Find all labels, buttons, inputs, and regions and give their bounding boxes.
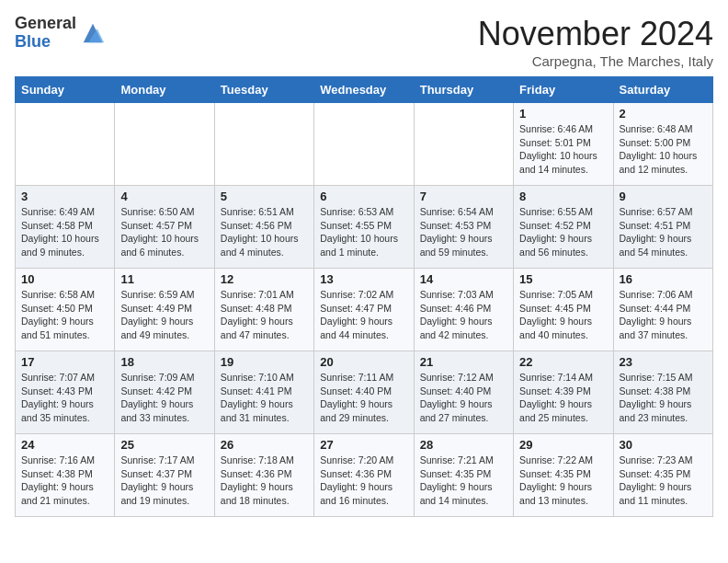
calendar-cell: 5Sunrise: 6:51 AMSunset: 4:56 PMDaylight… bbox=[214, 186, 313, 269]
calendar-cell bbox=[414, 103, 513, 186]
day-number: 6 bbox=[320, 190, 407, 203]
calendar-week-4: 17Sunrise: 7:07 AMSunset: 4:43 PMDayligh… bbox=[16, 351, 713, 434]
day-info: Sunrise: 6:59 AMSunset: 4:49 PMDaylight:… bbox=[120, 288, 208, 342]
day-number: 9 bbox=[620, 190, 707, 203]
day-info: Sunrise: 6:51 AMSunset: 4:56 PMDaylight:… bbox=[221, 205, 308, 259]
day-info: Sunrise: 6:55 AMSunset: 4:52 PMDaylight:… bbox=[519, 205, 607, 259]
day-number: 15 bbox=[519, 272, 607, 286]
day-info: Sunrise: 7:12 AMSunset: 4:40 PMDaylight:… bbox=[420, 371, 507, 425]
day-number: 16 bbox=[620, 272, 707, 286]
header-monday: Monday bbox=[115, 77, 214, 103]
calendar-cell: 16Sunrise: 7:06 AMSunset: 4:44 PMDayligh… bbox=[613, 269, 712, 351]
calendar-cell: 29Sunrise: 7:22 AMSunset: 4:35 PMDayligh… bbox=[514, 434, 613, 517]
calendar-cell: 30Sunrise: 7:23 AMSunset: 4:35 PMDayligh… bbox=[613, 434, 712, 517]
calendar-cell: 26Sunrise: 7:18 AMSunset: 4:36 PMDayligh… bbox=[214, 434, 313, 517]
day-info: Sunrise: 7:05 AMSunset: 4:45 PMDaylight:… bbox=[519, 288, 607, 342]
day-number: 5 bbox=[221, 190, 308, 203]
day-info: Sunrise: 6:48 AMSunset: 5:00 PMDaylight:… bbox=[620, 122, 707, 177]
calendar-cell: 11Sunrise: 6:59 AMSunset: 4:49 PMDayligh… bbox=[115, 269, 214, 351]
calendar-cell: 20Sunrise: 7:11 AMSunset: 4:40 PMDayligh… bbox=[314, 351, 414, 434]
day-number: 14 bbox=[420, 272, 507, 286]
day-number: 18 bbox=[120, 355, 208, 369]
header-tuesday: Tuesday bbox=[214, 77, 313, 103]
day-number: 21 bbox=[420, 355, 507, 369]
calendar-cell: 18Sunrise: 7:09 AMSunset: 4:42 PMDayligh… bbox=[115, 351, 214, 434]
calendar-cell: 3Sunrise: 6:49 AMSunset: 4:58 PMDaylight… bbox=[16, 186, 115, 269]
calendar-cell: 14Sunrise: 7:03 AMSunset: 4:46 PMDayligh… bbox=[414, 269, 513, 351]
calendar-cell: 17Sunrise: 7:07 AMSunset: 4:43 PMDayligh… bbox=[16, 351, 115, 434]
header-sunday: Sunday bbox=[16, 77, 115, 103]
calendar-cell: 21Sunrise: 7:12 AMSunset: 4:40 PMDayligh… bbox=[414, 351, 513, 434]
calendar-header: Sunday Monday Tuesday Wednesday Thursday… bbox=[16, 77, 713, 103]
day-number: 29 bbox=[519, 438, 607, 452]
header-friday: Friday bbox=[514, 77, 613, 103]
day-info: Sunrise: 7:14 AMSunset: 4:39 PMDaylight:… bbox=[519, 371, 607, 425]
day-number: 8 bbox=[519, 190, 607, 203]
day-number: 11 bbox=[120, 272, 208, 286]
calendar-week-1: 1Sunrise: 6:46 AMSunset: 5:01 PMDaylight… bbox=[16, 103, 713, 186]
day-info: Sunrise: 6:54 AMSunset: 4:53 PMDaylight:… bbox=[420, 205, 507, 259]
calendar-cell: 7Sunrise: 6:54 AMSunset: 4:53 PMDaylight… bbox=[414, 186, 513, 269]
calendar-week-5: 24Sunrise: 7:16 AMSunset: 4:38 PMDayligh… bbox=[16, 434, 713, 517]
logo-icon bbox=[80, 20, 106, 46]
day-info: Sunrise: 7:22 AMSunset: 4:35 PMDaylight:… bbox=[519, 454, 607, 508]
day-number: 23 bbox=[620, 355, 707, 369]
day-number: 3 bbox=[21, 190, 108, 203]
calendar-cell: 19Sunrise: 7:10 AMSunset: 4:41 PMDayligh… bbox=[214, 351, 313, 434]
calendar-cell bbox=[214, 103, 313, 186]
day-info: Sunrise: 7:02 AMSunset: 4:47 PMDaylight:… bbox=[320, 288, 407, 342]
day-number: 24 bbox=[21, 438, 108, 452]
day-number: 20 bbox=[320, 355, 407, 369]
day-info: Sunrise: 7:03 AMSunset: 4:46 PMDaylight:… bbox=[420, 288, 507, 342]
header-wednesday: Wednesday bbox=[314, 77, 414, 103]
location-subtitle: Carpegna, The Marches, Italy bbox=[478, 53, 713, 69]
calendar-cell bbox=[115, 103, 214, 186]
calendar-cell: 12Sunrise: 7:01 AMSunset: 4:48 PMDayligh… bbox=[214, 269, 313, 351]
day-info: Sunrise: 7:09 AMSunset: 4:42 PMDaylight:… bbox=[120, 371, 208, 425]
calendar-cell: 2Sunrise: 6:48 AMSunset: 5:00 PMDaylight… bbox=[613, 103, 712, 186]
logo-general-text: General bbox=[15, 15, 76, 33]
calendar-cell: 24Sunrise: 7:16 AMSunset: 4:38 PMDayligh… bbox=[16, 434, 115, 517]
day-number: 25 bbox=[120, 438, 208, 452]
day-info: Sunrise: 6:50 AMSunset: 4:57 PMDaylight:… bbox=[120, 205, 208, 259]
day-info: Sunrise: 7:21 AMSunset: 4:35 PMDaylight:… bbox=[420, 454, 507, 508]
day-number: 12 bbox=[221, 272, 308, 286]
calendar-cell: 1Sunrise: 6:46 AMSunset: 5:01 PMDaylight… bbox=[514, 103, 613, 186]
day-info: Sunrise: 7:15 AMSunset: 4:38 PMDaylight:… bbox=[620, 371, 707, 425]
calendar-cell: 22Sunrise: 7:14 AMSunset: 4:39 PMDayligh… bbox=[514, 351, 613, 434]
logo-blue-text: Blue bbox=[15, 33, 76, 52]
calendar-cell: 4Sunrise: 6:50 AMSunset: 4:57 PMDaylight… bbox=[115, 186, 214, 269]
day-number: 26 bbox=[221, 438, 308, 452]
calendar-cell bbox=[16, 103, 115, 186]
day-info: Sunrise: 7:16 AMSunset: 4:38 PMDaylight:… bbox=[21, 454, 108, 508]
day-info: Sunrise: 7:23 AMSunset: 4:35 PMDaylight:… bbox=[620, 454, 707, 508]
day-info: Sunrise: 7:20 AMSunset: 4:36 PMDaylight:… bbox=[320, 454, 407, 508]
calendar-cell: 28Sunrise: 7:21 AMSunset: 4:35 PMDayligh… bbox=[414, 434, 513, 517]
header-row: Sunday Monday Tuesday Wednesday Thursday… bbox=[16, 77, 713, 103]
header-thursday: Thursday bbox=[414, 77, 513, 103]
day-info: Sunrise: 7:06 AMSunset: 4:44 PMDaylight:… bbox=[620, 288, 707, 342]
day-info: Sunrise: 7:17 AMSunset: 4:37 PMDaylight:… bbox=[120, 454, 208, 508]
day-info: Sunrise: 6:58 AMSunset: 4:50 PMDaylight:… bbox=[21, 288, 108, 342]
calendar-body: 1Sunrise: 6:46 AMSunset: 5:01 PMDaylight… bbox=[16, 103, 713, 517]
day-number: 17 bbox=[21, 355, 108, 369]
day-info: Sunrise: 6:57 AMSunset: 4:51 PMDaylight:… bbox=[620, 205, 707, 259]
day-number: 30 bbox=[620, 438, 707, 452]
calendar-cell: 27Sunrise: 7:20 AMSunset: 4:36 PMDayligh… bbox=[314, 434, 414, 517]
day-number: 27 bbox=[320, 438, 407, 452]
day-number: 7 bbox=[420, 190, 507, 203]
day-number: 22 bbox=[519, 355, 607, 369]
day-info: Sunrise: 6:49 AMSunset: 4:58 PMDaylight:… bbox=[21, 205, 108, 259]
calendar-table: Sunday Monday Tuesday Wednesday Thursday… bbox=[15, 76, 713, 517]
header-saturday: Saturday bbox=[613, 77, 712, 103]
day-number: 4 bbox=[120, 190, 208, 203]
calendar-cell bbox=[314, 103, 414, 186]
calendar-cell: 25Sunrise: 7:17 AMSunset: 4:37 PMDayligh… bbox=[115, 434, 214, 517]
day-info: Sunrise: 6:46 AMSunset: 5:01 PMDaylight:… bbox=[519, 122, 607, 177]
calendar-cell: 9Sunrise: 6:57 AMSunset: 4:51 PMDaylight… bbox=[613, 186, 712, 269]
calendar-cell: 6Sunrise: 6:53 AMSunset: 4:55 PMDaylight… bbox=[314, 186, 414, 269]
page-header: General Blue November 2024 Carpegna, The… bbox=[15, 15, 713, 69]
day-number: 19 bbox=[221, 355, 308, 369]
day-info: Sunrise: 6:53 AMSunset: 4:55 PMDaylight:… bbox=[320, 205, 407, 259]
day-info: Sunrise: 7:10 AMSunset: 4:41 PMDaylight:… bbox=[221, 371, 308, 425]
